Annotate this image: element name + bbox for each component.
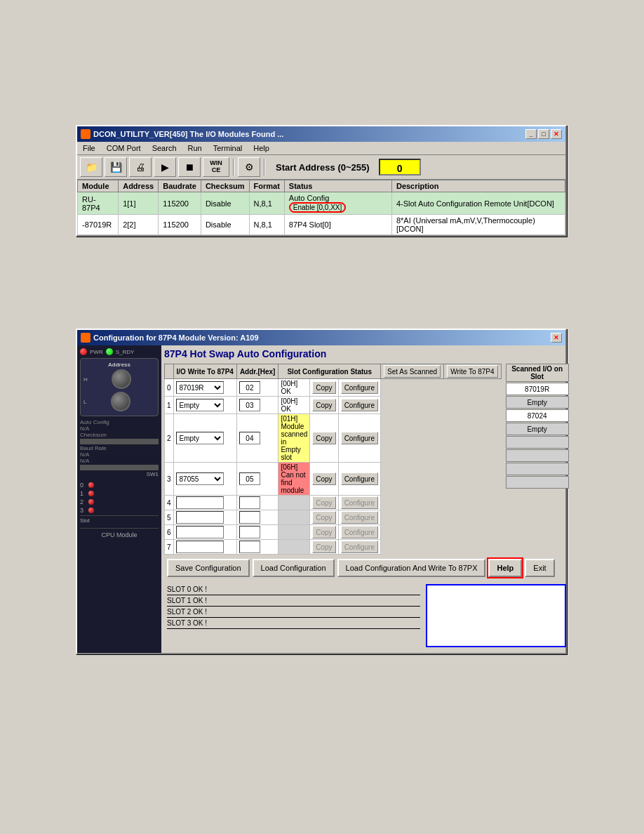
menu-file[interactable]: File	[80, 143, 98, 153]
row-copy-cell-1[interactable]: Copy	[310, 397, 338, 414]
device-info-rows: Auto Config N/A Checksum Baud Rate N/A N…	[80, 419, 159, 477]
row-slot-3[interactable]: 87055	[173, 463, 236, 496]
row-configure-cell-1[interactable]: Configure	[338, 397, 380, 414]
menu-run[interactable]: Run	[185, 143, 205, 153]
bottom-win-controls[interactable]: ✕	[551, 333, 562, 343]
row-slot-5	[173, 510, 236, 525]
row-slot-1[interactable]: Empty	[173, 397, 236, 414]
na3: N/A	[80, 458, 159, 464]
device-panel: PWR S_RDY Address H L Auto Config N/A Ch…	[77, 345, 161, 653]
maximize-button[interactable]: □	[538, 129, 549, 139]
menu-terminal[interactable]: Terminal	[210, 143, 246, 153]
log-area: SLOT 0 OK !SLOT 1 OK !SLOT 2 OK !SLOT 3 …	[164, 581, 569, 650]
exit-button[interactable]: Exit	[525, 559, 554, 577]
row-copy-cell-0[interactable]: Copy	[310, 379, 338, 397]
slot-select-1[interactable]: Empty	[176, 399, 224, 411]
pwr-label: PWR	[90, 349, 103, 355]
addr-input-1[interactable]	[239, 399, 260, 411]
close-button[interactable]: ✕	[551, 129, 562, 139]
menu-comport[interactable]: COM Port	[104, 143, 144, 153]
addr-input-2[interactable]	[239, 432, 260, 444]
help-button[interactable]: Help	[488, 559, 522, 577]
module-table: Module Address Baudrate Checksum Format …	[77, 180, 565, 235]
bottom-app-icon	[81, 333, 90, 343]
addr-input-dis-6	[239, 526, 260, 538]
top-win-controls[interactable]: _ □ ✕	[525, 129, 562, 139]
settings-button[interactable]: ⚙	[238, 157, 260, 177]
scanned-box-0: 87019R	[506, 383, 569, 395]
write-to-87p4-button[interactable]: Write To 87P4	[447, 365, 497, 378]
save-button[interactable]: 💾	[105, 157, 127, 177]
row-idx-2: 2	[165, 414, 174, 463]
copy-btn-1[interactable]: Copy	[312, 399, 335, 411]
configure-btn-6: Configure	[341, 526, 378, 538]
slot-led-2: 2	[80, 498, 159, 505]
col-baudrate: Baudrate	[159, 180, 201, 192]
address-knob-h[interactable]	[112, 369, 131, 389]
status-oval-highlight: Enable [0,0,XX]	[289, 202, 347, 213]
print-button[interactable]: 🖨	[129, 157, 152, 177]
configure-btn-0[interactable]: Configure	[341, 381, 378, 394]
copy-btn-0[interactable]: Copy	[312, 381, 335, 394]
addr-input-dis-4	[239, 496, 260, 509]
row-configure-cell-2[interactable]: Configure	[338, 414, 380, 463]
row-status-2: [01H] Module scanned in Empty slot	[279, 414, 310, 463]
win-ce-button[interactable]: WIN CE	[203, 157, 229, 177]
config-bottom-toolbar: Save Configuration Load Configuration Lo…	[164, 555, 569, 581]
copy-btn-3[interactable]: Copy	[312, 472, 335, 485]
slot-select-0[interactable]: 87019R	[176, 381, 224, 394]
minimize-button[interactable]: _	[525, 129, 537, 139]
row-copy-cell-2[interactable]: Copy	[310, 414, 338, 463]
addr-input-3[interactable]	[239, 472, 260, 485]
l-label: L	[83, 399, 86, 405]
configure-btn-2[interactable]: Configure	[341, 432, 378, 444]
row0-format: N,8,1	[249, 192, 284, 215]
col-format: Format	[249, 180, 284, 192]
row-addr-0[interactable]	[236, 379, 279, 397]
scanned-panel: Scanned I/O on Slot 87019REmpty87024Empt…	[506, 364, 569, 555]
stop-button[interactable]: ⏹	[178, 157, 201, 177]
open-button[interactable]: 📁	[80, 157, 102, 177]
set-as-scanned-button[interactable]: Set As Scanned	[384, 365, 441, 378]
load-write-button[interactable]: Load Configuration And Write To 87PX	[337, 559, 486, 577]
addr-input-0[interactable]	[239, 381, 260, 394]
top-toolbar: 📁 💾 🖨 ▶ ⏹ WIN CE ⚙ Start Address (0~255)…	[77, 155, 565, 180]
configure-btn-1[interactable]: Configure	[341, 399, 378, 411]
bottom-close-button[interactable]: ✕	[551, 333, 562, 343]
row0-status: Auto Config Enable [0,0,XX]	[284, 192, 391, 215]
row1-format: N,8,1	[249, 215, 284, 235]
row-copy-cell-3[interactable]: Copy	[310, 463, 338, 496]
menu-search[interactable]: Search	[149, 143, 180, 153]
row-slot-0[interactable]: 87019R	[173, 379, 236, 397]
play-button[interactable]: ▶	[154, 157, 176, 177]
table-row: -87019R 2[2] 115200 Disable N,8,1 87P4 S…	[78, 215, 565, 235]
slot-leds: 0 1 2 3 Slot	[80, 482, 159, 524]
log-line-2: SLOT 2 OK !	[167, 607, 420, 618]
row-addr-2[interactable]	[236, 414, 279, 463]
copy-btn-6: Copy	[312, 526, 335, 538]
address-knob-l[interactable]	[111, 392, 130, 411]
slot-input-6	[176, 526, 224, 538]
bottom-title-left: Configuration for 87P4 Module Version: A…	[81, 333, 259, 343]
row-addr-3[interactable]	[236, 463, 279, 496]
copy-btn-2[interactable]: Copy	[312, 432, 335, 444]
row-status-6	[279, 525, 310, 540]
slot-select-2[interactable]: Empty	[176, 432, 224, 444]
row-slot-2[interactable]: Empty	[173, 414, 236, 463]
configure-btn-3[interactable]: Configure	[341, 472, 378, 485]
slot-select-3[interactable]: 87055	[176, 472, 224, 485]
col-checksum: Checksum	[201, 180, 249, 192]
row0-module: RU-87P4	[78, 192, 119, 215]
menu-help[interactable]: Help	[250, 143, 272, 153]
row-configure-cell-0[interactable]: Configure	[338, 379, 380, 397]
addr-value[interactable]: 0	[379, 159, 421, 176]
load-config-button[interactable]: Load Configuration	[253, 559, 335, 577]
row-configure-cell-3[interactable]: Configure	[338, 463, 380, 496]
row-addr-1[interactable]	[236, 397, 279, 414]
row-configure-cell-6: Configure	[338, 525, 380, 540]
checksum-label: Checksum	[80, 432, 159, 438]
slot3-led	[88, 508, 94, 513]
save-config-button[interactable]: Save Configuration	[167, 559, 250, 577]
log-line-0: SLOT 0 OK !	[167, 584, 420, 595]
slot-input-7	[176, 541, 224, 553]
